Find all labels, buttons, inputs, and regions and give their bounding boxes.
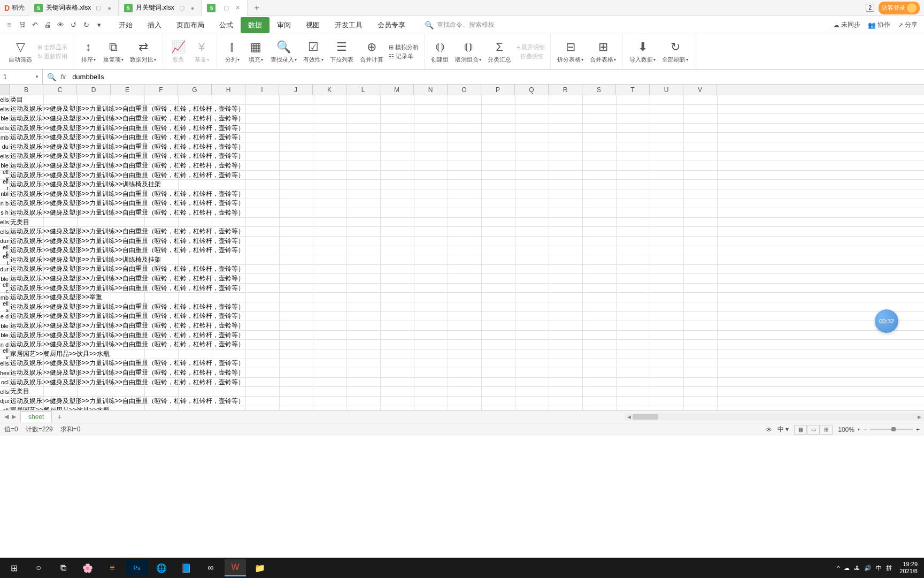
table-row[interactable]: ble运动及娱乐>>健身及塑形>>力量训练>>自由重量（哑铃，杠铃，杠铃杆，壶铃… [0,274,924,284]
table-row[interactable]: ell家居园艺>>餐厨用品>>饮具>>水瓶 [0,406,924,410]
column-header[interactable]: K [313,85,346,95]
cell[interactable]: 运动及娱乐>>健身及塑形>>力量训练>>自由重量（哑铃，杠铃，杠铃杆，壶铃等） [10,237,924,246]
cell[interactable]: mb [0,294,10,301]
sheet-next-icon[interactable]: ▶ [11,413,17,420]
cell[interactable]: 运动及娱乐>>健身及塑形>>力量训练>>自由重量（哑铃，杠铃，杠铃杆，壶铃等） [10,199,924,208]
minimize-tab-icon[interactable]: ▢ [94,4,103,11]
table-row[interactable]: n b运动及娱乐>>健身及塑形>>力量训练>>自由重量（哑铃，杠铃，杠铃杆，壶铃… [0,199,924,209]
cell[interactable]: 运动及娱乐>>健身及塑形>>力量训练>>自由重量（哑铃，杠铃，杠铃杆，壶铃等） [10,171,924,180]
minimize-tab-icon[interactable]: ▢ [178,4,186,11]
cell[interactable]: n b [0,200,10,207]
table-row[interactable]: ells运动及娱乐>>健身及塑形>>力量训练>>自由重量（哑铃，杠铃，杠铃杆，壶… [0,359,924,369]
view-normal-button[interactable]: ▦ [794,425,807,435]
undo-icon[interactable]: ↺ [67,19,79,31]
tray-up-icon[interactable]: ^ [837,565,840,571]
import-button[interactable]: ⬇导入数据▾ [626,40,659,64]
ime-mode[interactable]: 拼 [886,564,892,572]
cell[interactable]: 无类目 [10,218,924,227]
cell[interactable]: 无类目 [10,387,924,396]
zoom-out-icon[interactable]: − [863,426,867,434]
table-row[interactable]: ell fi运动及娱乐>>健身及塑形>>力量训练>>自由重量（哑铃，杠铃，杠铃杆… [0,246,924,256]
cell[interactable]: 运动及娱乐>>健身及塑形>>力量训练>>训练椅及挂架 [10,255,924,264]
scroll-right-icon[interactable]: ▶ [916,414,923,420]
sublime-icon[interactable]: ≡ [102,559,123,576]
cell[interactable]: 运动及娱乐>>健身及塑形>>力量训练>>自由重量（哑铃，杠铃，杠铃杆，壶铃等） [10,340,924,349]
table-row[interactable]: ell r运动及娱乐>>健身及塑形>>力量训练>>训练椅及挂架 [0,180,924,189]
menu-item-2[interactable]: 页面布局 [169,17,212,33]
show-all-button[interactable]: ⊞ 全部显示 [37,43,67,51]
cell[interactable]: ells [0,360,10,367]
cell[interactable]: 运动及娱乐>>健身及塑形>>举重 [10,293,924,302]
menu-item-4[interactable]: 数据 [241,17,270,33]
cell[interactable]: du [0,143,10,150]
cell[interactable]: ells [0,229,10,235]
zoom-in-icon[interactable]: + [916,426,920,434]
validity-button[interactable]: ☑有效性▾ [300,40,327,64]
cell[interactable]: ells [0,219,10,225]
photoshop-icon[interactable]: Ps [126,559,148,576]
column-header[interactable]: F [144,85,178,95]
formula-input[interactable]: dumbbells [70,73,920,81]
cell[interactable]: 运动及娱乐>>健身及塑形>>力量训练>>自由重量（哑铃，杠铃，杠铃杆，壶铃等） [10,142,924,151]
record-button[interactable]: ☷ 记录单 [389,52,419,60]
command-search[interactable]: 🔍 查找命令、搜索模板 [425,20,495,29]
back-icon[interactable]: ↶ [29,19,41,31]
document-tab[interactable]: S 关键词表格.xlsx ▢● [29,0,119,16]
tray-network-icon[interactable]: 🖧 [854,565,860,571]
table-row[interactable]: ell v家居园艺>>餐厨用品>>饮具>>水瓶 [0,349,924,359]
menu-item-0[interactable]: 开始 [111,17,140,33]
zoom-slider[interactable] [870,429,913,430]
cell[interactable]: ell v [0,347,10,360]
cell[interactable]: 运动及娱乐>>健身及塑形>>力量训练>>自由重量（哑铃，杠铃，杠铃杆，壶铃等） [10,208,924,217]
sync-status[interactable]: ☁ 未同步 [833,20,860,29]
print-icon[interactable]: 🖨 [42,19,53,31]
table-row[interactable]: ell v运动及娱乐>>健身及塑形>>力量训练>>自由重量（哑铃，杠铃，杠铃杆，… [0,171,924,180]
cell[interactable]: n d [0,341,10,348]
column-header[interactable]: V [683,85,717,95]
explorer-icon[interactable]: 📁 [249,559,271,576]
table-row[interactable]: ble运动及娱乐>>健身及塑形>>力量训练>>自由重量（哑铃，杠铃，杠铃杆，壶铃… [0,114,924,124]
cell[interactable]: 运动及娱乐>>健身及塑形>>力量训练>>自由重量（哑铃，杠铃，杠铃杆，壶铃等） [10,114,924,123]
cell[interactable]: 运动及娱乐>>健身及塑形>>力量训练>>自由重量（哑铃，杠铃，杠铃杆，壶铃等） [10,274,924,283]
table-row[interactable]: ells类目 [0,95,924,105]
cell[interactable]: ell r [0,178,10,191]
app-3-icon[interactable]: ∞ [200,559,221,576]
column-header[interactable]: R [549,85,582,95]
app-1-icon[interactable]: 🌸 [77,559,98,576]
scroll-thumb[interactable] [633,414,658,420]
taskview-icon[interactable]: ⧉ [52,559,74,576]
cell[interactable]: ble [0,162,10,169]
collab-button[interactable]: 👥 协作 [868,20,890,29]
close-tab-icon[interactable]: ● [106,5,113,11]
cell[interactable]: 运动及娱乐>>健身及塑形>>力量训练>>训练椅及挂架 [10,180,924,189]
cell[interactable]: djus [0,398,10,404]
zoom-control[interactable]: 100%▾ − + [838,426,920,434]
table-row[interactable]: hex运动及娱乐>>健身及塑形>>力量训练>>自由重量（哑铃，杠铃，杠铃杆，壶铃… [0,368,924,378]
close-tab-icon[interactable]: ● [189,5,196,11]
cell[interactable]: 家居园艺>>餐厨用品>>饮具>>水瓶 [10,406,924,410]
dropdown-button[interactable]: ☰下拉列表 [327,40,357,64]
chrome-icon[interactable]: 🌐 [151,559,172,576]
view-layout-button[interactable]: ▭ [807,425,820,435]
cell[interactable]: mb [0,134,10,141]
stock-button[interactable]: 📈股票 [166,40,190,64]
close-tab-icon[interactable]: ✕ [234,4,242,11]
fund-button[interactable]: ¥基金▾ [190,40,213,64]
new-tab-button[interactable]: + [248,3,265,13]
select-all-corner[interactable] [0,85,10,95]
cell[interactable]: ells [0,389,10,395]
consolidate-button[interactable]: ⊕合并计算 [357,40,387,64]
notification-badge[interactable]: 2 [866,4,874,12]
cell[interactable]: 运动及娱乐>>健身及塑形>>力量训练>>自由重量（哑铃，杠铃，杠铃杆，壶铃等） [10,189,924,199]
cell[interactable]: s h [0,209,10,216]
menu-icon[interactable]: ≡ [3,19,15,31]
cell[interactable]: 运动及娱乐>>健身及塑形>>力量训练>>自由重量（哑铃，杠铃，杠铃杆，壶铃等） [10,104,924,113]
column-header[interactable]: Q [515,85,549,95]
column-header[interactable]: N [414,85,448,95]
cell[interactable]: 运动及娱乐>>健身及塑形>>力量训练>>自由重量（哑铃，杠铃，杠铃杆，壶铃等） [10,302,924,311]
cell[interactable]: 运动及娱乐>>健身及塑形>>力量训练>>自由重量（哑铃，杠铃，杠铃杆，壶铃等） [10,124,924,133]
cell[interactable]: ocl [0,379,10,385]
cell[interactable]: 运动及娱乐>>健身及塑形>>力量训练>>自由重量（哑铃，杠铃，杠铃杆，壶铃等） [10,284,924,293]
save-icon[interactable]: 🖫 [16,19,28,31]
document-tab[interactable]: S 月关键词.xlsx ▢● [119,0,202,16]
